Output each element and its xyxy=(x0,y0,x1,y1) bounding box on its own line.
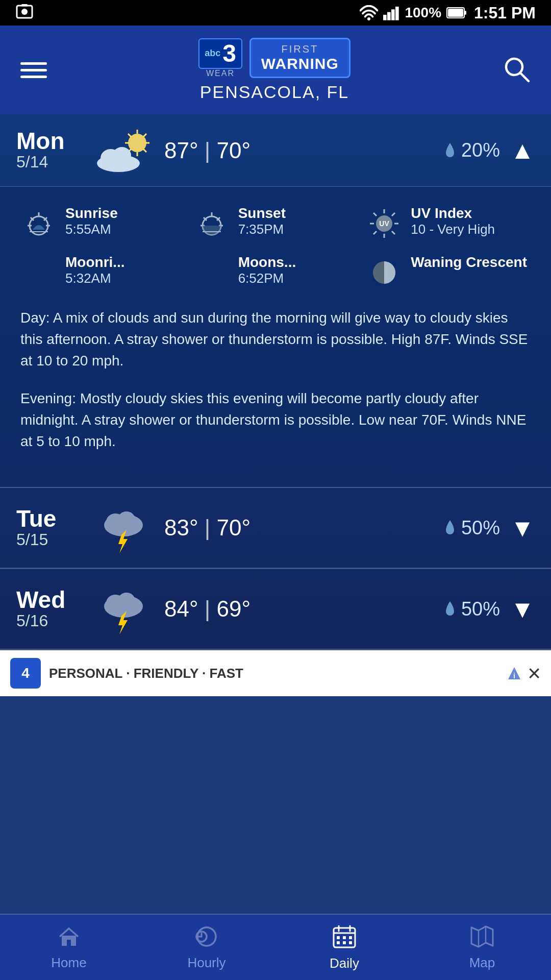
header-center: abc 3 WEAR FIRST WARNING PENSACOLA, FL xyxy=(198,38,350,102)
bottom-nav: Home Hourly xyxy=(0,914,551,980)
precip-mon: 20% xyxy=(444,139,500,161)
sunrise-icon xyxy=(20,205,57,242)
detail-moonrise: Moonri... 5:32AM xyxy=(20,254,185,291)
svg-rect-73 xyxy=(349,941,352,944)
moonrise-icon xyxy=(20,254,57,291)
app-header: abc 3 WEAR FIRST WARNING PENSACOLA, FL xyxy=(0,26,551,114)
nav-map[interactable]: Map xyxy=(413,915,551,980)
svg-line-18 xyxy=(128,134,131,137)
svg-text:UV: UV xyxy=(380,219,390,228)
logo-warning: WARNING xyxy=(261,55,339,72)
status-icons: 100% 1:51 PM xyxy=(360,4,536,22)
svg-rect-70 xyxy=(349,936,352,939)
chevron-tue[interactable]: ▼ xyxy=(510,514,535,542)
day-row-tue[interactable]: Tue 5/15 83° | 70° 50% ▼ xyxy=(0,488,551,568)
svg-rect-2 xyxy=(21,4,28,7)
svg-point-1 xyxy=(21,9,28,15)
svg-marker-74 xyxy=(471,926,493,947)
detail-grid: Sunrise 5:55AM xyxy=(20,205,531,291)
svg-point-56 xyxy=(118,593,135,607)
svg-rect-5 xyxy=(387,12,391,20)
detail-moon-phase: Waning Crescent xyxy=(366,254,531,291)
svg-rect-4 xyxy=(383,15,387,20)
svg-rect-68 xyxy=(337,936,340,939)
day-label-tue: Tue 5/15 xyxy=(16,507,83,549)
hourly-icon xyxy=(194,924,219,951)
home-icon xyxy=(57,924,81,951)
svg-rect-72 xyxy=(343,941,346,944)
logo-container: abc 3 WEAR FIRST WARNING xyxy=(198,38,350,78)
nav-hourly[interactable]: Hourly xyxy=(138,915,276,980)
temps-wed: 84° | 69° xyxy=(164,596,444,622)
weather-icon-tue xyxy=(93,502,154,553)
temps-tue: 83° | 70° xyxy=(164,515,444,541)
moonset-icon xyxy=(193,254,230,291)
moon-phase-icon xyxy=(366,254,403,291)
nav-home[interactable]: Home xyxy=(0,915,138,980)
detail-sunrise: Sunrise 5:55AM xyxy=(20,205,185,242)
svg-point-24 xyxy=(113,147,131,163)
precip-wed: 50% xyxy=(444,598,500,620)
svg-rect-10 xyxy=(464,11,466,15)
menu-button[interactable] xyxy=(20,62,47,78)
svg-text:i: i xyxy=(513,672,515,680)
detail-moonset: Moons... 6:52PM xyxy=(193,254,358,291)
svg-line-19 xyxy=(143,149,146,152)
svg-line-44 xyxy=(392,231,395,234)
status-time: 1:51 PM xyxy=(474,4,536,22)
svg-line-46 xyxy=(373,231,377,234)
chevron-wed[interactable]: ▼ xyxy=(510,595,535,623)
day-row-mon[interactable]: Mon 5/14 xyxy=(0,114,551,187)
svg-point-3 xyxy=(367,17,370,20)
weather-icon-wed xyxy=(93,583,154,634)
svg-line-45 xyxy=(392,213,395,216)
battery-pct: 100% xyxy=(405,5,441,21)
svg-point-52 xyxy=(118,511,135,526)
forecast-text-mon: Day: A mix of clouds and sun during the … xyxy=(20,307,531,452)
svg-line-12 xyxy=(520,73,529,81)
sunset-icon xyxy=(193,205,230,242)
svg-rect-9 xyxy=(448,9,463,17)
day-label-wed: Wed 5/16 xyxy=(16,588,83,630)
svg-line-43 xyxy=(373,213,377,216)
temps-mon: 87° | 70° xyxy=(164,138,444,163)
svg-rect-7 xyxy=(395,7,399,20)
map-icon xyxy=(469,924,495,951)
ad-close-button[interactable]: × xyxy=(528,662,541,684)
ad-banner: 4 PERSONAL · FRIENDLY · FAST i × xyxy=(0,650,551,696)
weather-content: Mon 5/14 xyxy=(0,114,551,696)
status-bar: 100% 1:51 PM xyxy=(0,0,551,26)
city-label: PENSACOLA, FL xyxy=(200,82,349,102)
day-label-mon: Mon 5/14 xyxy=(16,129,83,172)
svg-rect-6 xyxy=(391,9,395,20)
svg-rect-69 xyxy=(343,936,346,939)
detail-panel-mon: Sunrise 5:55AM xyxy=(0,187,551,487)
detail-uv: UV UV Index 10 - Very High xyxy=(366,205,531,242)
weather-icon-mon xyxy=(93,129,154,172)
status-bar-photo-icon xyxy=(15,3,34,23)
svg-rect-71 xyxy=(337,941,340,944)
detail-sunset: Sunset 7:35PM xyxy=(193,205,358,242)
day-row-wed[interactable]: Wed 5/16 84° | 69° 50% ▼ xyxy=(0,569,551,649)
uv-index-icon: UV xyxy=(366,205,403,242)
nav-daily[interactable]: Daily xyxy=(276,915,413,980)
chevron-mon[interactable]: ▲ xyxy=(510,136,535,164)
svg-line-20 xyxy=(143,134,146,137)
precip-tue: 50% xyxy=(444,517,500,539)
daily-icon xyxy=(332,924,357,951)
search-button[interactable] xyxy=(502,55,531,85)
